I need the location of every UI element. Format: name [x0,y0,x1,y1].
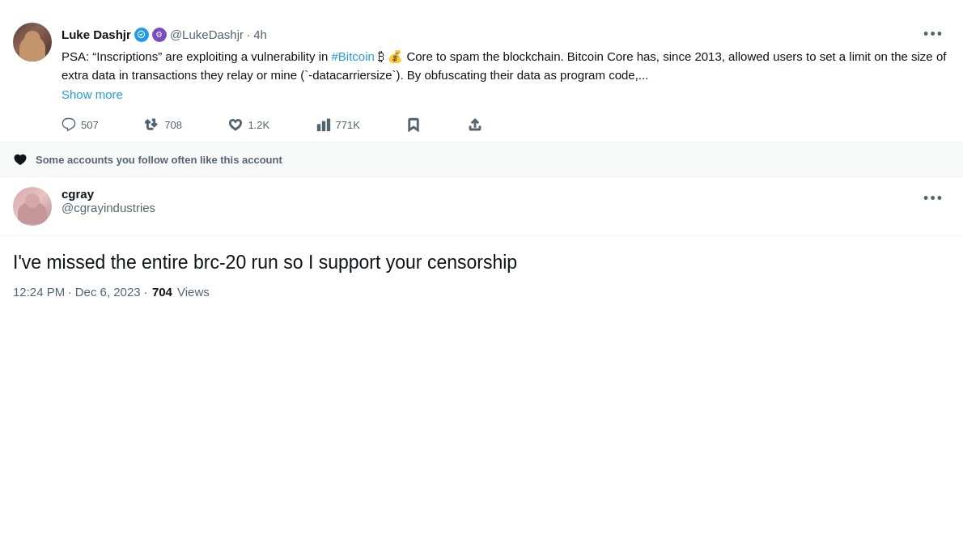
main-tweet-content: Luke Dashjr ⚙ @LukeDashjr · 4h ••• PSA: … [62,23,950,142]
reply-tweet-meta: 12:24 PM · Dec 6, 2023 · 704 Views [0,285,963,312]
reply-author-info: cgray @cgrayindustries [62,187,907,214]
tweet-time: 4h [253,28,267,41]
special-badge-icon: ⚙ [152,28,167,42]
reply-action[interactable]: 507 [62,117,99,132]
views-icon [316,117,331,132]
reply-icon [62,117,76,132]
like-count: 1.2K [248,119,269,131]
like-action[interactable]: 1.2K [228,117,269,132]
reply-views-count: 704 [152,285,172,299]
reply-display-name: cgray [62,187,907,201]
hashtag-bitcoin[interactable]: #Bitcoin [332,49,375,63]
share-icon [468,117,482,132]
username: @LukeDashjr [170,28,244,41]
reply-tweet-header: cgray @cgrayindustries ••• [13,187,950,226]
reply-tweet-text: I've missed the entire brc-20 run so I s… [0,236,963,285]
tweet-actions: 507 708 1.2K [62,111,482,142]
reply-username: @cgrayindustries [62,201,907,214]
svg-rect-0 [317,125,320,131]
reply-timestamp: 12:24 PM · Dec 6, 2023 · [13,285,147,299]
share-action[interactable] [468,117,482,132]
like-icon [228,117,243,132]
heart-filled-icon [13,152,28,167]
views-count: 771K [336,119,360,131]
reply-count: 507 [81,119,99,131]
more-options-button[interactable]: ••• [917,23,950,46]
tweet-text: PSA: “Inscriptions” are exploiting a vul… [62,48,950,84]
svg-rect-1 [322,121,325,130]
retweet-icon [145,117,159,132]
tweet-header: Luke Dashjr ⚙ @LukeDashjr · 4h ••• [62,23,950,46]
retweet-action[interactable]: 708 [145,117,182,132]
views-action[interactable]: 771K [316,117,360,132]
follow-suggestion-divider: Some accounts you follow often like this… [0,142,963,177]
reply-tweet-container: cgray @cgrayindustries ••• [0,177,963,236]
display-name: Luke Dashjr [62,28,131,41]
reply-views-label: Views [177,285,210,299]
show-more-link[interactable]: Show more [62,87,950,101]
avatar-luke[interactable] [13,23,52,62]
retweet-count: 708 [164,119,182,131]
bookmark-action[interactable] [406,117,421,132]
avatar-cgray[interactable] [13,187,52,226]
verified-badge-icon [134,28,149,42]
reply-more-options-button[interactable]: ••• [917,187,950,210]
follow-suggestion-text: Some accounts you follow often like this… [36,154,282,166]
svg-rect-2 [327,119,329,130]
bookmark-icon [406,117,421,132]
